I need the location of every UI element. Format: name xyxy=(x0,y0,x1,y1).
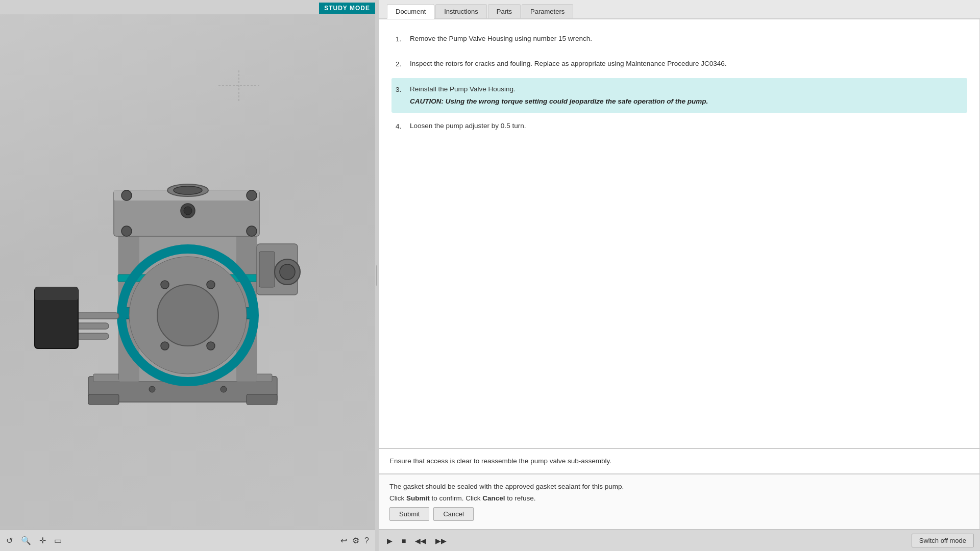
crosshair-icon xyxy=(218,70,259,103)
instructions-list: 1. Remove the Pump Valve Housing using n… xyxy=(391,28,967,138)
tab-parameters[interactable]: Parameters xyxy=(522,4,573,18)
confirm-cancel-word: Cancel xyxy=(482,494,505,502)
svg-point-23 xyxy=(157,285,218,346)
playback-controls: ▶ ■ ◀◀ ▶▶ xyxy=(385,536,449,546)
svg-point-15 xyxy=(121,226,132,236)
instruction-item-3: 3. Reinstall the Pump Valve Housing. CAU… xyxy=(391,78,967,113)
switch-off-button[interactable]: Switch off mode xyxy=(912,534,974,547)
tabs-bar: Document Instructions Parts Parameters xyxy=(379,0,980,19)
instruction-text-2: Inspect the rotors for cracks and foulin… xyxy=(410,59,963,69)
prev-button[interactable]: ◀◀ xyxy=(413,536,428,546)
confirm-main-text: The gasket should be sealed with the app… xyxy=(389,483,624,490)
tab-instructions[interactable]: Instructions xyxy=(435,4,486,18)
confirm-submit-word: Submit xyxy=(406,494,430,502)
next-button[interactable]: ▶▶ xyxy=(433,536,449,546)
viewer-bottom-bar: ↺ 🔍 ✛ ▭ ↩ ⚙ ? xyxy=(0,530,375,551)
svg-rect-4 xyxy=(88,394,119,405)
svg-point-27 xyxy=(207,342,215,350)
frame-icon[interactable]: ▭ xyxy=(54,536,62,545)
instruction-caution-3: CAUTION: Using the wrong torque setting … xyxy=(410,96,963,107)
help-icon[interactable]: ? xyxy=(364,536,369,545)
doc-panel: Document Instructions Parts Parameters 1… xyxy=(378,0,980,551)
pan-icon[interactable]: ✛ xyxy=(39,536,46,545)
confirm-middle-text: to confirm. Click xyxy=(430,494,483,502)
zoom-icon[interactable]: 🔍 xyxy=(21,536,31,545)
instruction-item-4: 4. Loosen the pump adjuster by 0.5 turn. xyxy=(391,115,967,138)
info-message-box: Ensure that access is clear to reassembl… xyxy=(379,448,980,474)
tab-document[interactable]: Document xyxy=(387,4,434,19)
instruction-num-3: 3. xyxy=(396,84,410,95)
undo-icon[interactable]: ↩ xyxy=(340,536,347,545)
confirm-box: The gasket should be sealed with the app… xyxy=(379,474,980,530)
svg-point-25 xyxy=(207,281,215,289)
instruction-num-1: 1. xyxy=(396,34,410,44)
svg-point-36 xyxy=(280,264,295,280)
doc-content: 1. Remove the Pump Valve Housing using n… xyxy=(379,19,980,448)
confirm-sub-text: Click xyxy=(389,494,406,502)
cancel-button[interactable]: Cancel xyxy=(433,507,473,521)
pump-3d-model xyxy=(27,111,349,433)
svg-point-20 xyxy=(174,186,202,194)
stop-button[interactable]: ■ xyxy=(400,536,408,546)
viewer-canvas[interactable] xyxy=(0,14,375,530)
svg-point-26 xyxy=(161,342,169,350)
settings-icon[interactable]: ⚙ xyxy=(352,536,359,545)
panel-divider[interactable] xyxy=(375,0,378,551)
play-button[interactable]: ▶ xyxy=(385,536,395,546)
instruction-item-2: 2. Inspect the rotors for cracks and fou… xyxy=(391,53,967,76)
tab-parts[interactable]: Parts xyxy=(488,4,521,18)
svg-rect-32 xyxy=(35,287,78,300)
svg-point-16 xyxy=(247,226,257,236)
confirm-message-text: The gasket should be sealed with the app… xyxy=(389,483,969,490)
viewer-bottom-right-icons: ↩ ⚙ ? xyxy=(340,536,369,545)
svg-rect-5 xyxy=(247,394,277,405)
confirm-instruction-text: Click Submit to confirm. Click Cancel to… xyxy=(389,494,969,502)
viewer-bottom-left-icons: ↺ 🔍 ✛ ▭ xyxy=(6,536,62,545)
viewer-panel: STUDY MODE xyxy=(0,0,375,551)
refresh-icon[interactable]: ↺ xyxy=(6,536,13,545)
info-message-text: Ensure that access is clear to reassembl… xyxy=(389,457,611,465)
instruction-item-1: 1. Remove the Pump Valve Housing using n… xyxy=(391,28,967,51)
svg-point-14 xyxy=(247,190,257,201)
confirm-end-text: to refuse. xyxy=(505,494,536,502)
svg-point-18 xyxy=(184,207,192,215)
instruction-num-2: 2. xyxy=(396,59,410,69)
instruction-main-text-3: Reinstall the Pump Valve Housing. xyxy=(410,85,516,93)
instruction-text-3: Reinstall the Pump Valve Housing. CAUTIO… xyxy=(410,84,963,107)
svg-rect-34 xyxy=(259,252,275,287)
svg-point-13 xyxy=(121,190,132,201)
study-mode-badge: STUDY MODE xyxy=(319,3,375,14)
instruction-text-4: Loosen the pump adjuster by 0.5 turn. xyxy=(410,121,963,131)
svg-point-38 xyxy=(220,386,227,392)
bottom-toolbar: ▶ ■ ◀◀ ▶▶ Switch off mode xyxy=(379,530,980,551)
svg-point-24 xyxy=(161,281,169,289)
instruction-num-4: 4. xyxy=(396,121,410,132)
submit-button[interactable]: Submit xyxy=(389,507,429,521)
confirm-actions: Submit Cancel xyxy=(389,507,969,521)
instruction-text-1: Remove the Pump Valve Housing using numb… xyxy=(410,34,963,44)
svg-point-37 xyxy=(149,386,155,392)
